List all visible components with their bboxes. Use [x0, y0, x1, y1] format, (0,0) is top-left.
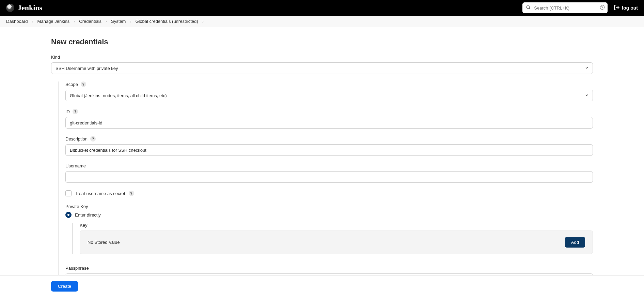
breadcrumb-item[interactable]: Manage Jenkins [37, 19, 70, 24]
treat-secret-checkbox[interactable] [65, 190, 72, 196]
enter-directly-label: Enter directly [75, 212, 101, 218]
field-kind: Kind SSH Username with private key [51, 55, 593, 74]
scope-select[interactable]: Global (Jenkins, nodes, items, all child… [65, 90, 593, 101]
field-id: ID ? [65, 109, 593, 129]
breadcrumb: Dashboard › Manage Jenkins › Credentials… [0, 16, 644, 27]
chevron-right-icon: › [74, 19, 75, 24]
field-description: Description ? [65, 136, 593, 156]
brand-text: Jenkins [18, 3, 42, 12]
search-input[interactable] [522, 2, 608, 13]
create-button[interactable]: Create [51, 281, 78, 292]
chevron-right-icon: › [130, 19, 131, 24]
kind-select[interactable]: SSH Username with private key [51, 62, 593, 74]
breadcrumb-item[interactable]: Dashboard [6, 19, 28, 24]
brand-area[interactable]: Jenkins [6, 3, 42, 12]
treat-secret-label: Treat username as secret [75, 191, 125, 196]
id-input[interactable] [65, 117, 593, 129]
help-icon[interactable]: ? [81, 81, 86, 87]
logout-button[interactable]: log out [614, 4, 638, 12]
username-label: Username [65, 163, 86, 168]
logout-icon [614, 4, 620, 12]
field-username: Username [65, 163, 593, 183]
scope-label: Scope [65, 82, 78, 87]
search-box [522, 2, 608, 13]
description-label: Description [65, 136, 88, 142]
private-key-label: Private Key [65, 204, 88, 209]
jenkins-logo-icon [6, 4, 14, 12]
field-private-key: Private Key Enter directly Key No Stored… [65, 204, 593, 254]
help-icon[interactable]: ? [73, 109, 78, 114]
footer-bar: Create [0, 275, 644, 297]
key-value-box: No Stored Value Add [80, 231, 593, 254]
logout-label: log out [622, 5, 638, 11]
no-stored-value-text: No Stored Value [88, 240, 120, 245]
chevron-right-icon: › [32, 19, 33, 24]
help-icon[interactable]: ? [90, 136, 96, 142]
enter-directly-radio[interactable] [65, 212, 72, 218]
kind-label: Kind [51, 55, 593, 60]
breadcrumb-item[interactable]: Credentials [79, 19, 101, 24]
chevron-right-icon: › [106, 19, 107, 24]
id-label: ID [65, 109, 70, 114]
username-input[interactable] [65, 171, 593, 183]
breadcrumb-item[interactable]: Global credentials (unrestricted) [135, 19, 198, 24]
passphrase-label: Passphrase [65, 266, 89, 271]
key-label: Key [80, 223, 87, 228]
top-header: Jenkins log out [0, 0, 644, 16]
field-treat-secret: Treat username as secret ? [65, 190, 593, 196]
breadcrumb-item[interactable]: System [111, 19, 126, 24]
page-title: New credentials [51, 38, 593, 46]
help-icon[interactable]: ? [129, 191, 134, 196]
field-scope: Scope ? Global (Jenkins, nodes, items, a… [65, 81, 593, 101]
chevron-right-icon: › [202, 19, 204, 24]
help-circle-icon[interactable] [600, 5, 605, 11]
description-input[interactable] [65, 144, 593, 156]
add-key-button[interactable]: Add [565, 237, 585, 248]
